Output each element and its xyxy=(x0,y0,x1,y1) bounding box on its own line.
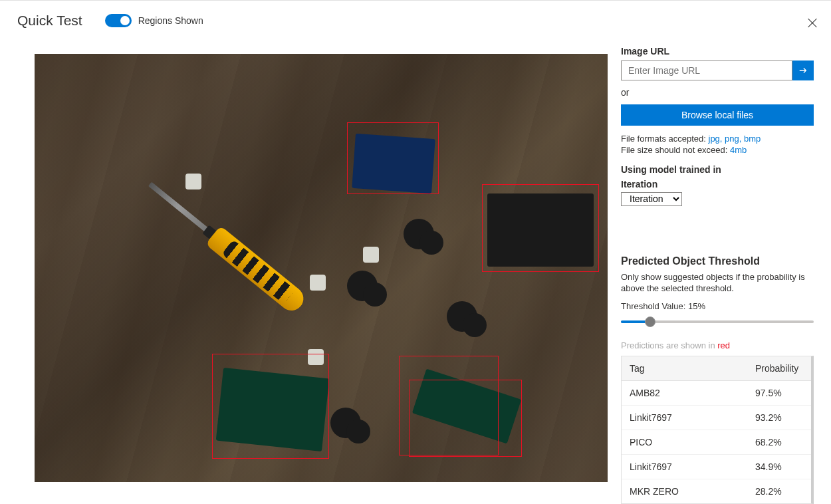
image-url-input[interactable] xyxy=(621,61,792,80)
filesize-hint: File size should not exceed: 4mb xyxy=(621,145,814,155)
filesize-link[interactable]: 4mb xyxy=(730,145,747,155)
table-row: Linkit7697 34.9% xyxy=(622,455,811,479)
using-model-label: Using model trained in xyxy=(621,164,814,175)
threshold-title: Predicted Object Threshold xyxy=(621,255,814,267)
table-header-probability: Probability xyxy=(755,363,803,374)
header: Quick Test Regions Shown xyxy=(0,1,831,37)
threshold-slider[interactable] xyxy=(621,315,814,328)
iteration-label: Iteration xyxy=(621,179,814,189)
threshold-value-label: Threshold Value: 15% xyxy=(621,301,814,311)
filesize-prefix: File size should not exceed: xyxy=(621,145,730,155)
table-header-tag: Tag xyxy=(630,363,755,374)
formats-hint: File formats accepted: jpg, png, bmp xyxy=(621,134,814,144)
regions-toggle-wrap: Regions Shown xyxy=(105,14,203,27)
iteration-select[interactable]: Iteration 1 xyxy=(621,192,682,206)
test-image xyxy=(35,54,608,482)
cell-tag: MKR ZERO xyxy=(630,486,755,497)
regions-toggle[interactable] xyxy=(105,14,132,27)
table-row: Linkit7697 93.2% xyxy=(622,406,811,430)
detection-box xyxy=(482,184,599,272)
formats-link[interactable]: jpg, png, bmp xyxy=(709,134,761,144)
page-title: Quick Test xyxy=(17,13,82,29)
predictions-table: Tag Probability AMB82 97.5% Linkit7697 9… xyxy=(621,356,814,504)
cell-tag: AMB82 xyxy=(630,388,755,398)
arrow-right-icon xyxy=(798,66,808,75)
detection-box xyxy=(409,380,522,457)
cell-prob: 28.2% xyxy=(755,486,803,497)
regions-toggle-label: Regions Shown xyxy=(138,15,203,26)
table-body[interactable]: AMB82 97.5% Linkit7697 93.2% PICO 68.2% xyxy=(622,381,811,503)
detection-box xyxy=(212,354,329,459)
table-row: MKR ZERO 28.2% xyxy=(622,479,811,503)
cell-prob: 97.5% xyxy=(755,388,803,398)
pred-note-prefix: Predictions are shown in xyxy=(621,340,717,350)
browse-files-button[interactable]: Browse local files xyxy=(621,104,814,126)
cell-prob: 34.9% xyxy=(755,461,803,472)
threshold-description: Only show suggested objects if the proba… xyxy=(621,271,814,295)
or-text: or xyxy=(621,87,814,98)
table-row: AMB82 97.5% xyxy=(622,381,811,406)
predictions-note: Predictions are shown in red xyxy=(621,340,814,350)
cell-tag: Linkit7697 xyxy=(630,412,755,423)
cell-tag: PICO xyxy=(630,437,755,447)
submit-url-button[interactable] xyxy=(792,61,814,80)
formats-prefix: File formats accepted: xyxy=(621,134,709,144)
pred-note-color: red xyxy=(717,340,730,350)
cell-prob: 93.2% xyxy=(755,412,803,423)
image-url-label: Image URL xyxy=(621,46,814,57)
detection-box xyxy=(347,122,439,194)
close-icon[interactable] xyxy=(806,17,819,30)
table-row: PICO 68.2% xyxy=(622,430,811,455)
cell-tag: Linkit7697 xyxy=(630,461,755,472)
sidebar: Image URL or Browse local files File for… xyxy=(608,37,831,504)
cell-prob: 68.2% xyxy=(755,437,803,447)
